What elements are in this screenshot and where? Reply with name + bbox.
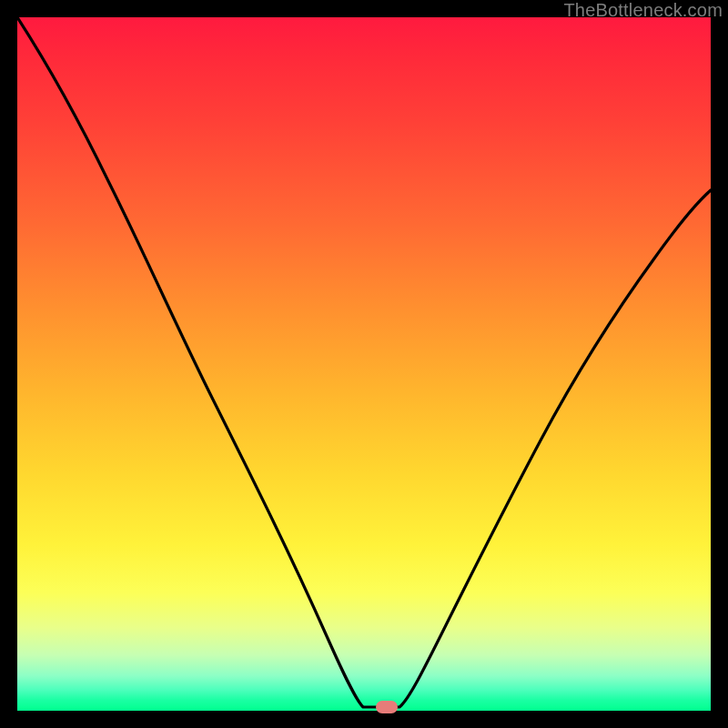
plot-area	[17, 17, 711, 711]
optimal-marker	[376, 701, 398, 713]
chart-stage: TheBottleneck.com	[0, 0, 728, 728]
bottleneck-curve	[17, 17, 711, 711]
watermark-text: TheBottleneck.com	[563, 0, 723, 21]
curve-path	[17, 17, 711, 707]
